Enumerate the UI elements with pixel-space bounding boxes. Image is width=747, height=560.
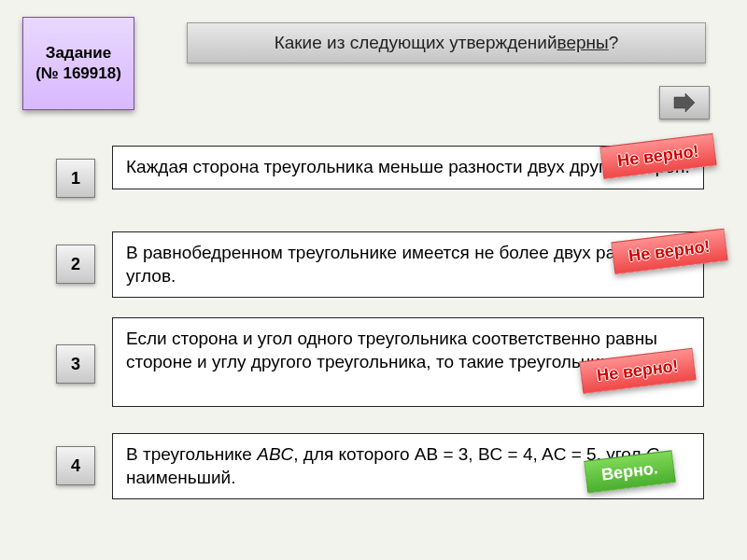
option-button-2[interactable]: 2 — [56, 245, 95, 284]
task-label: Задание — [46, 43, 112, 63]
svg-marker-0 — [674, 93, 695, 112]
option-button-4[interactable]: 4 — [56, 446, 95, 485]
task-number: (№ 169918) — [35, 63, 121, 84]
question-prefix: Какие из следующих утверждений — [275, 33, 557, 53]
question-suffix: ? — [609, 33, 619, 53]
question-emph: верны — [557, 33, 609, 53]
next-arrow-icon — [672, 93, 697, 112]
task-badge: Задание (№ 169918) — [22, 17, 134, 110]
option-button-1[interactable]: 1 — [56, 159, 95, 198]
option-button-3[interactable]: 3 — [56, 344, 95, 384]
question-bar: Какие из следующих утверждений верны ? — [187, 22, 706, 63]
next-button[interactable] — [659, 86, 710, 119]
